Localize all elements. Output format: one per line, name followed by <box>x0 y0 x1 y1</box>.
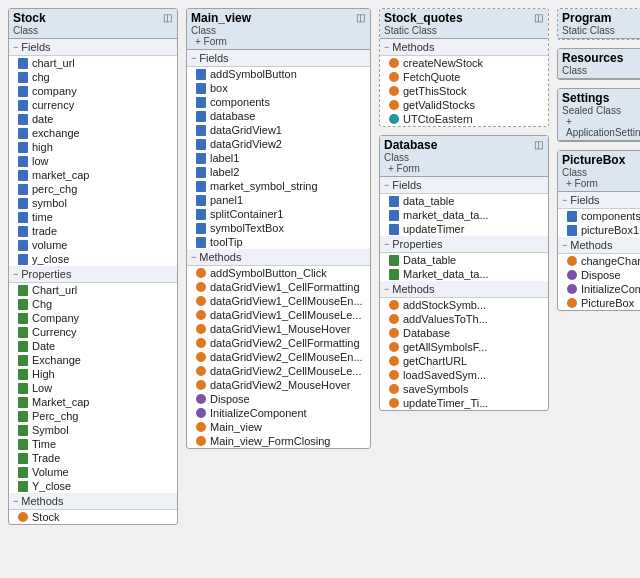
list-item[interactable]: updateTimer <box>380 222 548 236</box>
stockquotes-methods-header[interactable]: − Methods <box>380 39 548 56</box>
list-item[interactable]: chart_url <box>9 56 177 70</box>
field-icon <box>388 223 400 235</box>
list-item[interactable]: dataGridView2_CellMouseLe... <box>187 364 370 378</box>
list-item[interactable]: toolTip <box>187 235 370 249</box>
list-item[interactable]: components <box>558 209 640 223</box>
list-item[interactable]: box <box>187 81 370 95</box>
list-item[interactable]: getThisStock <box>380 84 548 98</box>
list-item[interactable]: addSymbolButton <box>187 67 370 81</box>
list-item[interactable]: label2 <box>187 165 370 179</box>
list-item[interactable]: panel1 <box>187 193 370 207</box>
picturebox-fields-header[interactable]: − Fields <box>558 192 640 209</box>
list-item[interactable]: label1 <box>187 151 370 165</box>
list-item[interactable]: pictureBox1 <box>558 223 640 237</box>
list-item[interactable]: market_data_ta... <box>380 208 548 222</box>
list-item[interactable]: Company <box>9 311 177 325</box>
list-item[interactable]: Y_close <box>9 479 177 493</box>
list-item[interactable]: Volume <box>9 465 177 479</box>
list-item[interactable]: High <box>9 367 177 381</box>
list-item[interactable]: Market_data_ta... <box>380 267 548 281</box>
list-item[interactable]: database <box>187 109 370 123</box>
list-item[interactable]: company <box>9 84 177 98</box>
list-item[interactable]: Chart_url <box>9 283 177 297</box>
stock-collapse-icon[interactable]: ◫ <box>162 11 173 24</box>
list-item[interactable]: Dispose <box>558 268 640 282</box>
list-item[interactable]: high <box>9 140 177 154</box>
list-item[interactable]: currency <box>9 98 177 112</box>
list-item[interactable]: dataGridView2_CellMouseEn... <box>187 350 370 364</box>
list-item[interactable]: InitializeComponent <box>187 406 370 420</box>
list-item[interactable]: Chg <box>9 297 177 311</box>
list-item[interactable]: trade <box>9 224 177 238</box>
list-item[interactable]: loadSavedSym... <box>380 368 548 382</box>
list-item[interactable]: dataGridView1 <box>187 123 370 137</box>
list-item[interactable]: Time <box>9 437 177 451</box>
list-item[interactable]: FetchQuote <box>380 70 548 84</box>
list-item[interactable]: Market_cap <box>9 395 177 409</box>
database-methods-header[interactable]: − Methods <box>380 281 548 298</box>
mainview-methods-header[interactable]: − Methods <box>187 249 370 266</box>
list-item[interactable]: symbolTextBox <box>187 221 370 235</box>
list-item[interactable]: market_cap <box>9 168 177 182</box>
list-item[interactable]: addSymbolButton_Click <box>187 266 370 280</box>
list-item[interactable]: y_close <box>9 252 177 266</box>
list-item[interactable]: UTCtoEastern <box>380 112 548 126</box>
list-item[interactable]: dataGridView2 <box>187 137 370 151</box>
list-item[interactable]: exchange <box>9 126 177 140</box>
list-item[interactable]: Date <box>9 339 177 353</box>
list-item[interactable]: components <box>187 95 370 109</box>
list-item[interactable]: time <box>9 210 177 224</box>
program-stereotype: Static Class <box>562 25 615 36</box>
list-item[interactable]: Main_view <box>187 420 370 434</box>
list-item[interactable]: Trade <box>9 451 177 465</box>
list-item[interactable]: dataGridView2_MouseHover <box>187 378 370 392</box>
list-item[interactable]: Perc_chg <box>9 409 177 423</box>
list-item[interactable]: Low <box>9 381 177 395</box>
method-icon <box>195 351 207 363</box>
list-item[interactable]: Main_view_FormClosing <box>187 434 370 448</box>
list-item[interactable]: volume <box>9 238 177 252</box>
list-item[interactable]: getAllSymbolsF... <box>380 340 548 354</box>
list-item[interactable]: saveSymbols <box>380 382 548 396</box>
field-icon <box>17 225 29 237</box>
list-item[interactable]: changeChartUR... <box>558 254 640 268</box>
list-item[interactable]: low <box>9 154 177 168</box>
list-item[interactable]: getChartURL <box>380 354 548 368</box>
list-item[interactable]: Symbol <box>9 423 177 437</box>
stock-fields-header[interactable]: − Fields <box>9 39 177 56</box>
list-item[interactable]: Dispose <box>187 392 370 406</box>
list-item[interactable]: dataGridView1_CellFormatting <box>187 280 370 294</box>
list-item[interactable]: date <box>9 112 177 126</box>
list-item[interactable]: addValuesToTh... <box>380 312 548 326</box>
stock-properties-header[interactable]: − Properties <box>9 266 177 283</box>
list-item[interactable]: createNewStock <box>380 56 548 70</box>
list-item[interactable]: perc_chg <box>9 182 177 196</box>
list-item[interactable]: PictureBox <box>558 296 640 310</box>
database-collapse-icon[interactable]: ◫ <box>533 138 544 151</box>
stockquotes-collapse-icon[interactable]: ◫ <box>533 11 544 24</box>
list-item[interactable]: addStockSymb... <box>380 298 548 312</box>
list-item[interactable]: dataGridView1_MouseHover <box>187 322 370 336</box>
mainview-collapse-icon[interactable]: ◫ <box>355 11 366 24</box>
list-item[interactable]: dataGridView2_CellFormatting <box>187 336 370 350</box>
database-properties-header[interactable]: − Properties <box>380 236 548 253</box>
list-item[interactable]: Data_table <box>380 253 548 267</box>
picturebox-methods-header[interactable]: − Methods <box>558 237 640 254</box>
list-item[interactable]: Database <box>380 326 548 340</box>
database-fields-header[interactable]: − Fields <box>380 177 548 194</box>
list-item[interactable]: getValidStocks <box>380 98 548 112</box>
list-item[interactable]: symbol <box>9 196 177 210</box>
list-item[interactable]: InitializeCompo... <box>558 282 640 296</box>
list-item[interactable]: chg <box>9 70 177 84</box>
list-item[interactable]: market_symbol_string <box>187 179 370 193</box>
list-item[interactable]: updateTimer_Ti... <box>380 396 548 410</box>
list-item[interactable]: splitContainer1 <box>187 207 370 221</box>
stock-methods-header[interactable]: − Methods <box>9 493 177 510</box>
list-item[interactable]: data_table <box>380 194 548 208</box>
list-item[interactable]: dataGridView1_CellMouseEn... <box>187 294 370 308</box>
list-item[interactable]: Exchange <box>9 353 177 367</box>
mainview-fields-header[interactable]: − Fields <box>187 50 370 67</box>
list-item[interactable]: Currency <box>9 325 177 339</box>
list-item[interactable]: Stock <box>9 510 177 524</box>
list-item[interactable]: dataGridView1_CellMouseLe... <box>187 308 370 322</box>
